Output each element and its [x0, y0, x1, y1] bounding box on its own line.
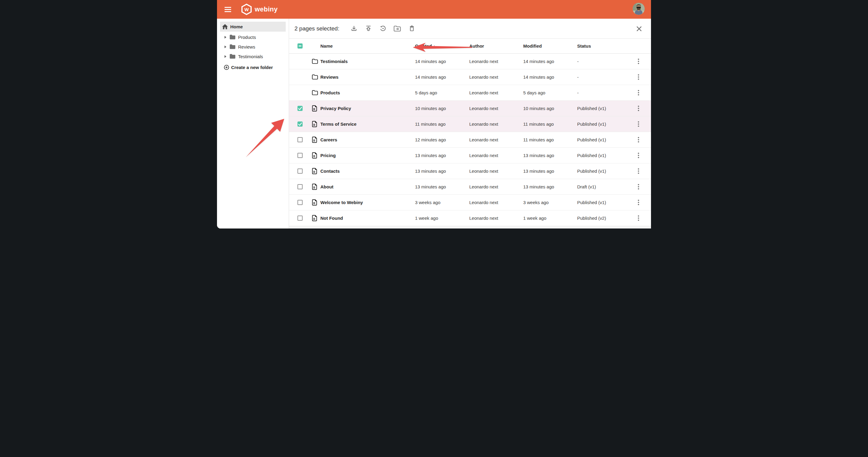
- webiny-hexagon-icon: W: [241, 3, 252, 16]
- table-row[interactable]: Products5 days agoLeonardo next5 days ag…: [289, 85, 651, 101]
- row-menu-kebab-icon[interactable]: [634, 57, 642, 66]
- row-checkbox[interactable]: [298, 200, 303, 205]
- table-row[interactable]: Testimonials14 minutes agoLeonardo next1…: [289, 54, 651, 69]
- folders-sidebar: Home Products: [217, 19, 289, 228]
- row-modified: 11 minutes ago: [523, 121, 577, 127]
- move-to-folder-icon[interactable]: [394, 25, 401, 33]
- table-row[interactable]: Pricing13 minutes agoLeonardo next13 min…: [289, 148, 651, 163]
- row-checkbox[interactable]: [298, 184, 303, 189]
- row-modified: 14 minutes ago: [523, 74, 577, 80]
- row-menu-kebab-icon[interactable]: [634, 198, 642, 207]
- table-row[interactable]: About13 minutes agoLeonardo next13 minut…: [289, 179, 651, 195]
- sidebar-folder-label: Products: [238, 35, 256, 40]
- user-avatar[interactable]: [632, 3, 645, 15]
- row-checkbox[interactable]: [298, 169, 303, 174]
- row-author: Leonardo next: [469, 121, 523, 127]
- row-menu-kebab-icon[interactable]: [634, 73, 642, 82]
- row-modified: 11 minutes ago: [523, 137, 577, 142]
- table-row[interactable]: Welcome to Webiny3 weeks agoLeonardo nex…: [289, 195, 651, 210]
- row-modified: 10 minutes ago: [523, 106, 577, 111]
- folder-icon: [312, 90, 320, 95]
- row-created: 13 minutes ago: [415, 184, 469, 189]
- folder-icon: [229, 34, 236, 40]
- column-header-created[interactable]: Created↓: [415, 43, 469, 49]
- row-checkbox[interactable]: [298, 137, 303, 142]
- row-created: 14 minutes ago: [415, 59, 469, 64]
- column-header-status[interactable]: Status: [577, 43, 626, 49]
- page-icon: [312, 199, 320, 206]
- table-row[interactable]: Careers12 minutes agoLeonardo next11 min…: [289, 132, 651, 148]
- avatar-photo: [632, 3, 645, 15]
- row-modified: 13 minutes ago: [523, 169, 577, 174]
- expand-caret-icon[interactable]: [224, 36, 226, 38]
- column-header-author[interactable]: Author: [469, 43, 523, 49]
- row-name[interactable]: Reviews: [320, 74, 415, 80]
- table-row[interactable]: Not Found1 week agoLeonardo next1 week a…: [289, 210, 651, 226]
- publish-icon[interactable]: [365, 25, 373, 33]
- page-icon: [312, 184, 320, 190]
- page-icon: [312, 152, 320, 158]
- sidebar-item-reviews[interactable]: Reviews: [217, 42, 289, 52]
- table-row[interactable]: Privacy Policy10 minutes agoLeonardo nex…: [289, 101, 651, 116]
- download-icon[interactable]: [350, 25, 358, 33]
- row-menu-kebab-icon[interactable]: [634, 151, 642, 160]
- folder-icon: [229, 54, 236, 59]
- row-name[interactable]: Not Found: [320, 216, 415, 221]
- row-modified: 13 minutes ago: [523, 153, 577, 158]
- expand-caret-icon[interactable]: [224, 55, 226, 58]
- close-selection-icon[interactable]: [635, 25, 643, 32]
- row-menu-kebab-icon[interactable]: [634, 135, 642, 144]
- row-checkbox[interactable]: [298, 216, 303, 221]
- row-menu-kebab-icon[interactable]: [634, 120, 642, 129]
- row-name[interactable]: Welcome to Webiny: [320, 200, 415, 205]
- row-menu-kebab-icon[interactable]: [634, 167, 642, 176]
- folder-icon: [312, 74, 320, 80]
- table-row[interactable]: Reviews14 minutes agoLeonardo next14 min…: [289, 69, 651, 85]
- row-name[interactable]: Terms of Service: [320, 121, 415, 127]
- row-status: Published (v1): [577, 200, 626, 205]
- row-menu-kebab-icon[interactable]: [634, 182, 642, 191]
- select-all-checkbox[interactable]: [298, 43, 303, 49]
- row-name[interactable]: About: [320, 184, 415, 189]
- table-row[interactable]: Contacts13 minutes agoLeonardo next13 mi…: [289, 163, 651, 179]
- folder-tree: Products Reviews: [217, 32, 289, 61]
- sidebar-item-testimonials[interactable]: Testimonials: [217, 52, 289, 61]
- row-status: Published (v1): [577, 137, 626, 142]
- row-status: -: [577, 74, 626, 80]
- row-status: Published (v1): [577, 153, 626, 158]
- page-icon: [312, 136, 320, 143]
- row-status: Published (v1): [577, 106, 626, 111]
- row-status: Published (v2): [577, 216, 626, 221]
- column-header-modified[interactable]: Modified: [523, 43, 577, 49]
- column-header-name[interactable]: Name: [320, 43, 415, 49]
- row-modified: 3 weeks ago: [523, 200, 577, 205]
- row-menu-kebab-icon[interactable]: [634, 214, 642, 223]
- row-checkbox[interactable]: [298, 106, 303, 111]
- row-modified: 13 minutes ago: [523, 184, 577, 189]
- svg-text:W: W: [244, 7, 249, 12]
- hamburger-menu-icon[interactable]: [221, 3, 235, 16]
- row-checkbox[interactable]: [298, 153, 303, 158]
- create-new-folder-button[interactable]: Create a new folder: [217, 63, 289, 72]
- row-name[interactable]: Contacts: [320, 169, 415, 174]
- row-menu-kebab-icon[interactable]: [634, 88, 642, 97]
- row-name[interactable]: Careers: [320, 137, 415, 142]
- row-modified: 14 minutes ago: [523, 59, 577, 64]
- expand-caret-icon[interactable]: [224, 45, 226, 48]
- home-icon: [222, 24, 228, 29]
- delete-icon[interactable]: [408, 25, 416, 33]
- row-checkbox[interactable]: [298, 121, 303, 127]
- sidebar-item-home[interactable]: Home: [220, 22, 286, 32]
- row-created: 3 weeks ago: [415, 200, 469, 205]
- restore-icon[interactable]: [379, 25, 387, 33]
- row-modified: 5 days ago: [523, 90, 577, 95]
- row-name[interactable]: Pricing: [320, 153, 415, 158]
- row-name[interactable]: Products: [320, 90, 415, 95]
- row-name[interactable]: Privacy Policy: [320, 106, 415, 111]
- table-footer-strip: [289, 226, 651, 228]
- table-row[interactable]: Terms of Service11 minutes agoLeonardo n…: [289, 116, 651, 132]
- sidebar-item-products[interactable]: Products: [217, 32, 289, 42]
- row-menu-kebab-icon[interactable]: [634, 104, 642, 113]
- row-name[interactable]: Testimonials: [320, 59, 415, 64]
- selection-toolbar: 2 pages selected:: [289, 19, 651, 38]
